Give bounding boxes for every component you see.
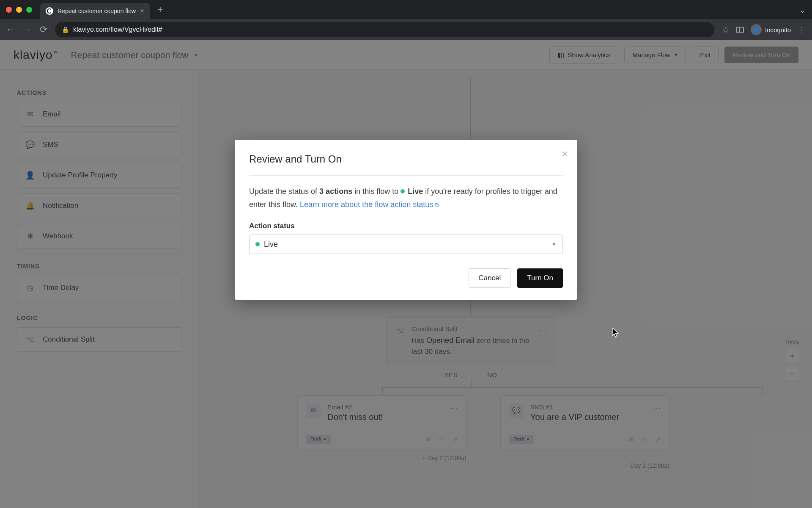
status-dot-icon xyxy=(255,242,260,246)
caret-down-icon: ▼ xyxy=(551,241,557,247)
panel-icon[interactable] xyxy=(736,27,744,33)
url-text: klaviyo.com/flow/VgvcHi/edit# xyxy=(73,26,162,33)
address-bar: ← → ⟳ 🔒 klaviyo.com/flow/VgvcHi/edit# ☆ … xyxy=(0,19,812,40)
app-viewport: klaviyo™ Repeat customer coupon flow ▼ ▮… xyxy=(0,40,812,508)
action-status-select[interactable]: Live ▼ xyxy=(249,235,563,254)
back-button[interactable]: ← xyxy=(6,24,15,35)
browser-chrome: Repeat customer coupon flow × + ⌄ ← → ⟳ … xyxy=(0,0,812,40)
select-value: Live xyxy=(264,240,278,249)
kebab-menu-icon[interactable]: ⋮ xyxy=(798,25,806,35)
window-controls xyxy=(6,7,32,13)
modal-title: Review and Turn On xyxy=(249,153,563,165)
toolbar-right: ☆ 👤 Incognito ⋮ xyxy=(722,24,806,35)
review-modal: × Review and Turn On Update the status o… xyxy=(235,140,577,300)
modal-close-icon[interactable]: × xyxy=(562,147,568,160)
divider xyxy=(249,175,563,176)
url-input[interactable]: 🔒 klaviyo.com/flow/VgvcHi/edit# xyxy=(55,22,714,37)
titlebar: Repeat customer coupon flow × + ⌄ xyxy=(0,0,812,19)
incognito-label: Incognito xyxy=(765,26,791,33)
chevron-down-icon[interactable]: ⌄ xyxy=(799,5,806,15)
new-tab-button[interactable]: + xyxy=(158,4,163,15)
lock-icon: 🔒 xyxy=(62,26,69,33)
maximize-window-icon[interactable] xyxy=(26,7,32,13)
action-status-label: Action status xyxy=(249,222,563,230)
incognito-icon: 👤 xyxy=(751,24,762,35)
reload-button[interactable]: ⟳ xyxy=(40,24,47,35)
external-link-icon: ⧉ xyxy=(435,202,439,208)
minimize-window-icon[interactable] xyxy=(16,7,22,13)
tab-favicon-icon xyxy=(46,7,53,15)
incognito-badge[interactable]: 👤 Incognito xyxy=(751,24,791,35)
tab-title: Repeat customer coupon flow xyxy=(58,8,136,14)
learn-more-link[interactable]: Learn more about the flow action status⧉ xyxy=(300,200,439,209)
cancel-button[interactable]: Cancel xyxy=(469,268,510,288)
tab-close-icon[interactable]: × xyxy=(140,7,144,15)
forward-button[interactable]: → xyxy=(23,24,32,35)
modal-body: Update the status of 3 actions in this f… xyxy=(249,185,563,211)
modal-actions: Cancel Turn On xyxy=(249,268,563,288)
turn-on-button[interactable]: Turn On xyxy=(517,268,563,288)
browser-tab[interactable]: Repeat customer coupon flow × xyxy=(40,3,150,19)
close-window-icon[interactable] xyxy=(6,7,12,13)
bookmark-icon[interactable]: ☆ xyxy=(722,25,730,35)
live-dot-icon xyxy=(401,189,405,193)
